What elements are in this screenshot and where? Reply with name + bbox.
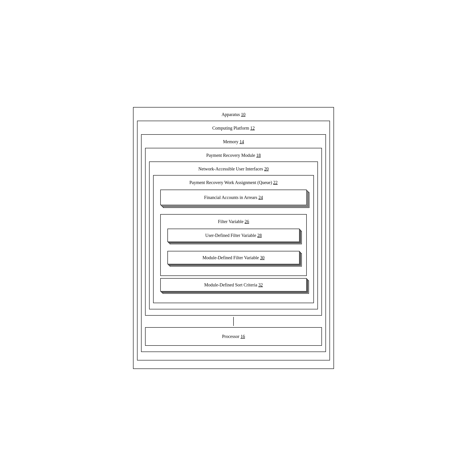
processor-label: Processor 16	[150, 332, 317, 341]
connector	[144, 317, 323, 326]
network-accessible-text: Network-Accessible User Interfaces	[198, 166, 263, 171]
filter-variable-ref: 26	[245, 219, 249, 224]
apparatus-box: Apparatus 10 Computing Platform 12 Memor…	[133, 107, 334, 369]
filter-variable-text: Filter Variable	[218, 219, 244, 224]
financial-accounts-stack: Financial Accounts in Arrears 24	[160, 190, 307, 210]
apparatus-ref: 10	[241, 112, 246, 117]
payment-recovery-module-box: Payment Recovery Module 18 Network-Acces…	[145, 148, 322, 316]
filter-variable-label: Filter Variable 26	[164, 217, 303, 226]
financial-accounts-front: Financial Accounts in Arrears 24	[160, 190, 307, 205]
payment-recovery-module-ref: 18	[256, 153, 261, 158]
module-defined-filter-text: Module-Defined Filter Variable	[202, 255, 259, 260]
processor-ref: 16	[240, 334, 245, 339]
user-defined-filter-stack: User-Defined Filter Variable 28	[168, 229, 299, 247]
apparatus-label-text: Apparatus	[221, 112, 240, 117]
work-assignment-text: Payment Recovery Work Assignment (Queue)	[189, 180, 272, 185]
computing-platform-text: Computing Platform	[212, 125, 249, 130]
processor-text: Processor	[222, 334, 240, 339]
network-accessible-box: Network-Accessible User Interfaces 20 Pa…	[149, 162, 318, 309]
module-defined-filter-ref: 30	[260, 255, 265, 260]
payment-recovery-module-text: Payment Recovery Module	[206, 153, 255, 158]
financial-accounts-ref: 24	[259, 195, 263, 200]
computing-platform-label: Computing Platform 12	[140, 123, 327, 133]
module-defined-filter-stack: Module-Defined Filter Variable 30	[168, 251, 299, 269]
network-accessible-ref: 20	[264, 166, 269, 171]
memory-label: Memory 14	[144, 137, 323, 147]
diagram-root: Apparatus 10 Computing Platform 12 Memor…	[133, 107, 334, 369]
apparatus-label: Apparatus 10	[136, 110, 331, 119]
sort-criteria-ref: 32	[258, 282, 263, 288]
module-defined-front: Module-Defined Filter Variable 30	[168, 251, 299, 264]
filter-variable-box: Filter Variable 26 User-Defined Filter V…	[160, 214, 307, 276]
computing-platform-box: Computing Platform 12 Memory 14 Payment …	[137, 121, 330, 361]
sort-criteria-stack: Module-Defined Sort Criteria 32	[160, 278, 307, 296]
sort-criteria-front: Module-Defined Sort Criteria 32	[160, 278, 307, 291]
memory-box: Memory 14 Payment Recovery Module 18 Net…	[141, 134, 326, 352]
user-defined-ref: 28	[257, 233, 262, 238]
sort-criteria-text: Module-Defined Sort Criteria	[204, 282, 257, 288]
work-assignment-box: Payment Recovery Work Assignment (Queue)…	[153, 175, 314, 303]
user-defined-front: User-Defined Filter Variable 28	[168, 229, 299, 242]
memory-label-text: Memory	[223, 139, 238, 144]
user-defined-text: User-Defined Filter Variable	[205, 233, 256, 238]
work-assignment-label: Payment Recovery Work Assignment (Queue)…	[156, 178, 311, 187]
financial-accounts-text: Financial Accounts in Arrears	[204, 195, 257, 200]
work-assignment-ref: 22	[273, 180, 278, 185]
processor-box: Processor 16	[145, 327, 322, 346]
computing-platform-ref: 12	[250, 125, 255, 130]
payment-recovery-module-label: Payment Recovery Module 18	[148, 150, 319, 160]
memory-ref: 14	[240, 139, 244, 144]
network-accessible-label: Network-Accessible User Interfaces 20	[152, 164, 315, 174]
connector-line	[233, 317, 234, 326]
